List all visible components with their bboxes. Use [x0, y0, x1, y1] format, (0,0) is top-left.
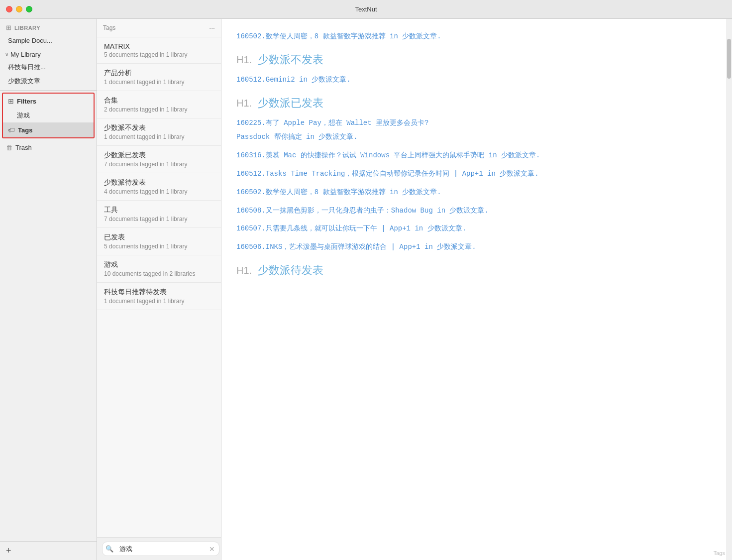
tags-section-item[interactable]: 🏷 Tags	[3, 122, 94, 137]
tag-desc-5: 4 documents tagged in 1 library	[104, 188, 214, 195]
tag-name-9: 科技每日推荐待发表	[104, 288, 214, 297]
link-1[interactable]: 160502.数学使人周密，8 款益智数字游戏推荐 in 少数派文章.	[236, 32, 441, 40]
library-section-header: ⊞ LIBRARY	[0, 19, 97, 34]
tags-icon: 🏷	[8, 126, 15, 134]
content-line-9: 160506.INKS，艺术泼墨与桌面弹球游戏的结合 | App+1 in 少数…	[236, 239, 717, 254]
tag-item-9[interactable]: 科技每日推荐待发表 1 document tagged in 1 library	[97, 283, 221, 310]
link-2[interactable]: 160512.Gemini2 in 少数派文章.	[236, 76, 351, 84]
sidebar: ⊞ LIBRARY Sample Docu... ∨ My Library 科技…	[0, 19, 97, 560]
keji-label: 科技每日推...	[8, 63, 46, 72]
tag-name-0: MATRIX	[104, 42, 214, 50]
tag-item-8[interactable]: 游戏 10 documents tagged in 2 libraries	[97, 255, 221, 283]
content-line-1: 160502.数学使人周密，8 款益智数字游戏推荐 in 少数派文章.	[236, 29, 717, 43]
tag-item-2[interactable]: 合集 2 documents tagged in 1 library	[97, 91, 221, 118]
window-controls	[6, 6, 32, 12]
chevron-down-icon: ∨	[5, 52, 8, 57]
my-library-group[interactable]: ∨ My Library	[0, 47, 97, 60]
library-label: LIBRARY	[14, 25, 40, 31]
search-wrapper: 🔍 ✕	[102, 542, 219, 556]
h1-text-3: 少数派待发表	[258, 264, 323, 276]
tags-more-button[interactable]: ···	[209, 24, 215, 32]
sidebar-item-sample-doc[interactable]: Sample Docu...	[0, 34, 97, 47]
link-8[interactable]: 160507.只需要几条线，就可以让你玩一下午 | App+1 in 少数派文章…	[236, 224, 466, 232]
h1-prefix-1: H1.	[236, 54, 252, 65]
tag-item-0[interactable]: MATRIX 5 documents tagged in 1 library	[97, 37, 221, 64]
sidebar-trash[interactable]: 🗑 Trash	[0, 140, 97, 155]
tags-search-bar: 🔍 ✕	[97, 537, 221, 560]
filters-section: ⊞ Filters 游戏 🏷 Tags	[2, 93, 95, 138]
tag-item-4[interactable]: 少数派已发表 7 documents tagged in 1 library	[97, 146, 221, 173]
app-title: TextNut	[355, 5, 377, 13]
link-5[interactable]: 160512.Tasks Time Tracking，根据定位自动帮你记录任务时…	[236, 170, 539, 178]
link-3b[interactable]: Passdock 帮你搞定 in 少数派文章.	[236, 133, 358, 141]
sample-doc-label: Sample Docu...	[8, 37, 52, 44]
h1-heading-3: H1. 少数派待发表	[236, 263, 717, 278]
tag-item-1[interactable]: 产品分析 1 document tagged in 1 library	[97, 64, 221, 91]
my-library-label: My Library	[10, 51, 41, 58]
tag-desc-2: 2 documents tagged in 1 library	[104, 106, 214, 113]
tag-item-5[interactable]: 少数派待发表 4 documents tagged in 1 library	[97, 173, 221, 201]
tag-name-5: 少数派待发表	[104, 178, 214, 187]
tags-panel-header: Tags ···	[97, 19, 221, 37]
tag-name-2: 合集	[104, 96, 214, 105]
content-line-4: 160316.羡慕 Mac 的快捷操作？试试 Windows 平台上同样强大的鼠…	[236, 148, 717, 162]
tag-name-1: 产品分析	[104, 69, 214, 78]
content-line-2: 160512.Gemini2 in 少数派文章.	[236, 72, 717, 87]
sidebar-item-keji[interactable]: 科技每日推...	[0, 60, 97, 74]
main-content: 160502.数学使人周密，8 款益智数字游戏推荐 in 少数派文章. H1. …	[221, 19, 732, 560]
tag-name-7: 已发表	[104, 233, 214, 242]
minimize-button[interactable]	[16, 6, 22, 12]
content-line-3: 160225.有了 Apple Pay，想在 Wallet 里放更多会员卡? P…	[236, 115, 717, 144]
tag-item-7[interactable]: 已发表 5 documents tagged in 1 library	[97, 228, 221, 255]
filters-label: Filters	[17, 98, 36, 105]
sidebar-bottom: +	[0, 541, 97, 560]
sidebar-item-shaoshu[interactable]: 少数派文章	[0, 74, 97, 88]
tag-desc-9: 1 document tagged in 1 library	[104, 298, 214, 305]
tags-list: MATRIX 5 documents tagged in 1 library 产…	[97, 37, 221, 537]
content-line-6: 160502.数学使人周密，8 款益智数字游戏推荐 in 少数派文章.	[236, 185, 717, 199]
h1-heading-1: H1. 少数派不发表	[236, 52, 717, 67]
link-6[interactable]: 160502.数学使人周密，8 款益智数字游戏推荐 in 少数派文章.	[236, 188, 441, 196]
h1-text-1: 少数派不发表	[258, 53, 323, 66]
sidebar-divider-1	[0, 90, 97, 91]
link-3a[interactable]: 160225.有了 Apple Pay，想在 Wallet 里放更多会员卡?	[236, 119, 428, 127]
content-line-7: 160508.又一抹黑色剪影，一只化身忍者的虫子：Shadow Bug in 少…	[236, 203, 717, 218]
h1-prefix-3: H1.	[236, 265, 252, 276]
tag-item-3[interactable]: 少数派不发表 1 document tagged in 1 library	[97, 118, 221, 146]
h1-heading-2: H1. 少数派已发表	[236, 96, 717, 111]
scrollbar-thumb[interactable]	[727, 39, 731, 79]
filters-header[interactable]: ⊞ Filters	[3, 94, 94, 109]
trash-icon: 🗑	[6, 144, 12, 151]
library-icon: ⊞	[6, 24, 11, 31]
tag-desc-1: 1 document tagged in 1 library	[104, 79, 214, 86]
close-button[interactable]	[6, 6, 12, 12]
content-line-5: 160512.Tasks Time Tracking，根据定位自动帮你记录任务时…	[236, 166, 717, 181]
tags-footer: Tags	[714, 550, 725, 556]
scrollbar-track[interactable]	[726, 19, 732, 560]
search-icon: 🔍	[105, 545, 113, 553]
tag-item-6[interactable]: 工具 7 documents tagged in 1 library	[97, 201, 221, 228]
titlebar: TextNut	[0, 0, 732, 19]
content-line-8: 160507.只需要几条线，就可以让你玩一下午 | App+1 in 少数派文章…	[236, 221, 717, 235]
h1-prefix-2: H1.	[236, 98, 252, 109]
add-button[interactable]: +	[6, 546, 11, 556]
tag-desc-8: 10 documents tagged in 2 libraries	[104, 270, 214, 277]
filters-icon: ⊞	[8, 97, 14, 105]
tags-panel-title: Tags	[103, 24, 115, 31]
link-7[interactable]: 160508.又一抹黑色剪影，一只化身忍者的虫子：Shadow Bug in 少…	[236, 207, 489, 215]
tag-name-4: 少数派已发表	[104, 151, 214, 160]
tags-panel: Tags ··· MATRIX 5 documents tagged in 1 …	[97, 19, 221, 560]
tag-desc-0: 5 documents tagged in 1 library	[104, 51, 214, 58]
trash-label: Trash	[15, 144, 32, 151]
search-clear-icon[interactable]: ✕	[209, 545, 215, 553]
tag-name-8: 游戏	[104, 260, 214, 269]
tags-search-input[interactable]	[115, 544, 207, 554]
h1-text-2: 少数派已发表	[258, 97, 323, 109]
app-body: ⊞ LIBRARY Sample Docu... ∨ My Library 科技…	[0, 19, 732, 560]
link-4[interactable]: 160316.羡慕 Mac 的快捷操作？试试 Windows 平台上同样强大的鼠…	[236, 151, 540, 159]
link-9[interactable]: 160506.INKS，艺术泼墨与桌面弹球游戏的结合 | App+1 in 少数…	[236, 243, 476, 251]
youxi-filter-label: 游戏	[17, 112, 30, 119]
shaoshu-label: 少数派文章	[8, 77, 40, 86]
sidebar-item-youxi-filter[interactable]: 游戏	[3, 109, 94, 122]
maximize-button[interactable]	[26, 6, 32, 12]
